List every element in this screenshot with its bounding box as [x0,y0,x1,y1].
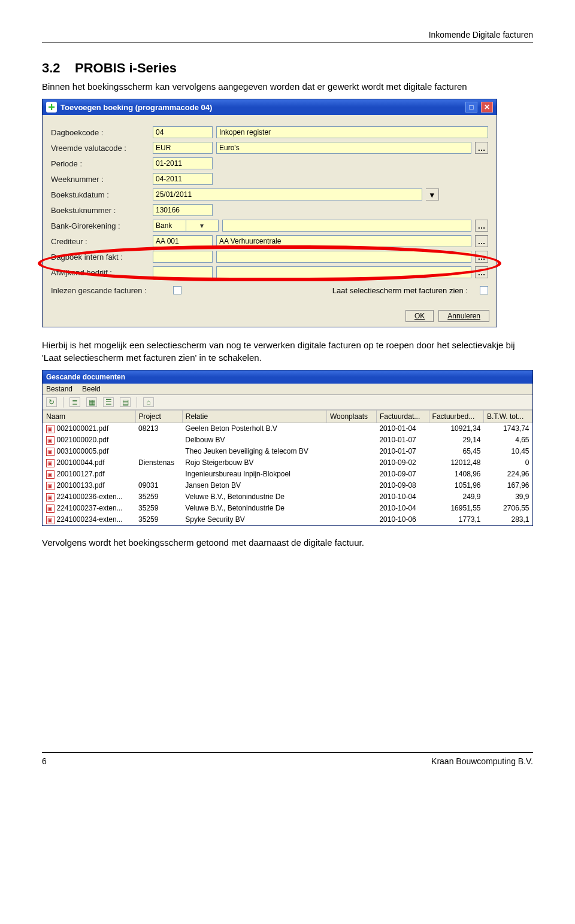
view-grid-icon[interactable]: ▦ [86,397,97,407]
label-boekstuknummer: Boekstuknummer : [51,206,153,215]
table-row[interactable]: ▣200100127.pdfIngenieursbureau Inpijn-Bl… [43,469,532,480]
input-weeknummer[interactable]: 04-2011 [153,173,213,185]
col-project[interactable]: Project [135,410,182,423]
label-weeknummer: Weeknummer : [51,175,153,184]
date-dropdown-button[interactable]: ▾ [426,189,439,200]
col-btw[interactable]: B.T.W. tot... [484,410,532,423]
label-laat-selectiescherm: Laat selectiescherm met facturen zien : [332,286,468,295]
win2-title: Gescande documenten [46,373,125,381]
pdf-icon: ▣ [46,436,55,445]
close-button[interactable]: ✕ [481,102,493,113]
lookup-dagboek-intern-button[interactable]: … [475,251,488,263]
home-icon[interactable]: ⌂ [143,397,154,407]
paragraph-3: Vervolgens wordt het boekingsscherm geto… [42,537,533,549]
dropdown-bankgiro-value: Bank [153,220,186,231]
lookup-valuta-button[interactable]: … [475,142,488,154]
label-periode: Periode : [51,159,153,168]
label-boekstukdatum: Boekstukdatum : [51,190,153,199]
table-row[interactable]: ▣2241000237-exten...35259Veluwe B.V., Be… [43,503,532,514]
desc-bankgiro [222,220,471,232]
footer-company: Kraan Bouwcomputing B.V. [431,756,533,766]
input-periode[interactable]: 01-2011 [153,157,213,169]
booking-dialog: + Toevoegen boeking (programmacode 04) □… [42,99,497,327]
pdf-icon: ▣ [46,448,55,456]
checkbox-laat-selectiescherm[interactable] [480,286,488,294]
view-details-icon[interactable]: ☰ [103,397,114,407]
paragraph-2: Hierbij is het mogelijk een selectiesche… [42,339,533,364]
table-row[interactable]: ▣200100133.pdf09031Jansen Beton BV2010-0… [43,480,532,491]
table-row[interactable]: ▣2241000236-exten...35259Veluwe B.V., Be… [43,491,532,503]
label-inlezen-gescande: Inlezen gescande facturen : [51,286,171,295]
label-crediteur: Crediteur : [51,237,153,246]
desc-valuta: Euro's [216,142,471,154]
view-list-icon[interactable]: ≣ [69,397,80,407]
page-number: 6 [42,756,47,766]
label-valuta: Vreemde valutacode : [51,144,153,153]
desc-afwijkend-bedrijf [216,266,471,278]
pdf-icon: ▣ [46,516,55,524]
input-crediteur[interactable]: AA 001 [153,235,213,247]
pdf-icon: ▣ [46,459,55,467]
menubar: Bestand Beeld [43,384,532,395]
label-bankgiro: Bank-Girorekening : [51,221,153,230]
label-afwijkend-bedrijf: Afwijkend bedrijf : [51,268,153,277]
label-dagboek-intern: Dagboek intern fakt : [51,253,153,262]
input-dagboek-intern[interactable] [153,251,213,263]
col-relatie[interactable]: Relatie [182,410,326,423]
col-factuurdat[interactable]: Factuurdat... [376,410,429,423]
lookup-bankgiro-button[interactable]: … [475,220,488,232]
doc-header-right: Inkomende Digitale facturen [42,30,533,39]
lookup-afwijkend-button[interactable]: … [475,266,488,278]
input-boekstukdatum[interactable]: 25/01/2011 [153,189,422,200]
desc-dagboek-intern [216,251,471,263]
view-tiles-icon[interactable]: ▤ [120,397,131,407]
pdf-icon: ▣ [46,493,55,501]
menu-bestand[interactable]: Bestand [46,385,72,393]
input-valuta[interactable]: EUR [153,142,213,154]
menu-beeld[interactable]: Beeld [82,385,101,393]
ok-button[interactable]: OK [405,310,434,322]
pdf-icon: ▣ [46,504,55,513]
paragraph-1: Binnen het boekingsscherm kan vervolgens… [42,81,533,93]
table-row[interactable]: ▣2241000234-exten...35259Spyke Security … [43,514,532,525]
documents-table: Naam Project Relatie Woonplaats Factuurd… [43,410,532,525]
dialog-title: Toevoegen boeking (programmacode 04) [60,103,212,112]
maximize-button[interactable]: □ [465,102,477,113]
page-footer: 6 Kraan Bouwcomputing B.V. [42,752,533,766]
lookup-crediteur-button[interactable]: … [475,235,488,247]
col-naam[interactable]: Naam [43,410,136,423]
col-factuurbed[interactable]: Factuurbed... [429,410,483,423]
desc-crediteur: AA Verhuurcentrale [216,235,471,247]
section-title: PROBIS i-Series [75,60,177,75]
checkbox-inlezen-gescande[interactable] [173,286,181,294]
toolbar: ↻ ≣ ▦ ☰ ▤ ⌂ [43,395,532,410]
input-boekstuknummer[interactable]: 130166 [153,204,213,216]
win2-titlebar: Gescande documenten [43,370,532,384]
label-dagboekcode: Dagboekcode : [51,128,153,137]
input-afwijkend-bedrijf[interactable] [153,266,213,278]
dropdown-bankgiro[interactable]: Bank ▾ [153,220,219,232]
table-row[interactable]: ▣0021000021.pdf08213Geelen Beton Posterh… [43,423,532,434]
table-row[interactable]: ▣200100044.pdfDienstenasRojo Steigerbouw… [43,457,532,469]
pdf-icon: ▣ [46,482,55,490]
scanned-documents-window: Gescande documenten Bestand Beeld ↻ ≣ ▦ … [42,370,533,526]
add-icon: + [46,102,57,113]
pdf-icon: ▣ [46,470,55,479]
col-woonplaats[interactable]: Woonplaats [326,410,376,423]
table-row[interactable]: ▣0021000020.pdfDelbouw BV2010-01-0729,14… [43,434,532,446]
section-heading: 3.2 PROBIS i-Series [42,60,533,76]
refresh-icon[interactable]: ↻ [46,397,57,407]
cancel-button[interactable]: Annuleren [438,310,489,322]
table-row[interactable]: ▣0031000005.pdfTheo Jeuken beveiliging &… [43,446,532,457]
desc-dagboekcode: Inkopen register [216,126,488,138]
pdf-icon: ▣ [46,425,55,433]
input-dagboekcode[interactable]: 04 [153,126,213,138]
dialog-titlebar: + Toevoegen boeking (programmacode 04) □… [43,99,497,115]
header-divider [42,42,533,42]
chevron-down-icon: ▾ [186,220,219,231]
section-number: 3.2 [42,60,60,75]
